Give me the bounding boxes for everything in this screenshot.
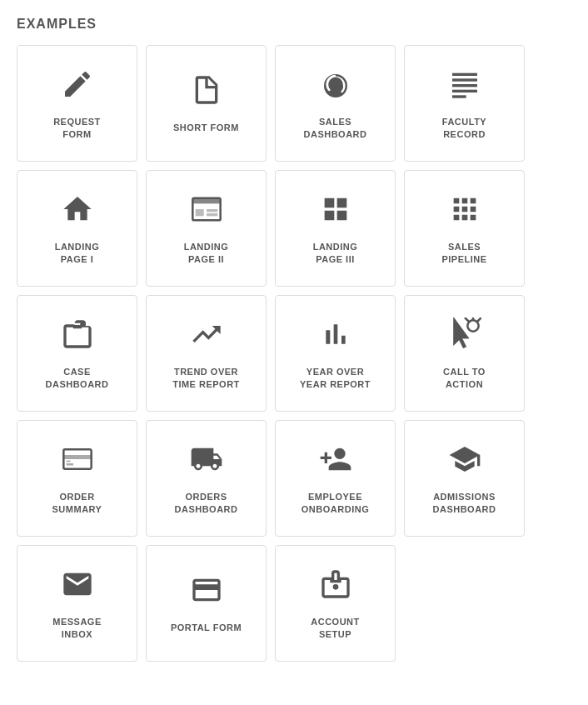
svg-rect-7 — [195, 209, 203, 216]
message-inbox-label: MESSAGE INBOX — [52, 616, 102, 642]
admissions-dashboard-label: ADMISSIONS DASHBOARD — [433, 491, 496, 517]
employee-onboarding-icon — [319, 442, 352, 491]
tile-request-form[interactable]: REQUEST FORM — [17, 45, 137, 162]
svg-rect-3 — [452, 89, 477, 92]
svg-rect-15 — [63, 455, 91, 459]
order-summary-icon — [61, 442, 94, 491]
faculty-record-icon — [448, 68, 481, 116]
tile-trend-over-time[interactable]: TREND OVER TIME REPORT — [146, 295, 267, 412]
svg-rect-16 — [66, 463, 72, 466]
request-form-label: REQUEST FORM — [53, 116, 101, 142]
request-form-icon — [61, 68, 94, 116]
portal-form-icon — [190, 573, 223, 622]
svg-rect-4 — [452, 95, 466, 98]
tile-landing-page-i[interactable]: LANDING PAGE I — [17, 170, 137, 287]
examples-grid: REQUEST FORMSHORT FORMSALES DASHBOARDFAC… — [17, 45, 571, 662]
trend-over-time-label: TREND OVER TIME REPORT — [172, 366, 240, 392]
account-setup-icon — [319, 568, 352, 616]
svg-line-12 — [477, 318, 481, 322]
call-to-action-label: CALL TO ACTION — [443, 366, 486, 392]
sales-dashboard-label: SALES DASHBOARD — [304, 116, 367, 142]
landing-page-ii-icon — [190, 192, 223, 241]
trend-over-time-icon — [190, 318, 223, 366]
tile-employee-onboarding[interactable]: EMPLOYEE ONBOARDING — [275, 420, 396, 537]
tile-portal-form[interactable]: PORTAL FORM — [146, 545, 267, 662]
short-form-icon — [190, 73, 223, 122]
call-to-action-icon — [448, 318, 481, 366]
sales-pipeline-icon — [448, 192, 481, 241]
landing-page-i-icon — [61, 192, 94, 241]
svg-rect-9 — [207, 213, 217, 216]
tile-sales-pipeline[interactable]: SALES PIPELINE — [404, 170, 525, 287]
year-over-year-icon — [319, 318, 352, 366]
case-dashboard-icon — [61, 318, 94, 366]
landing-page-ii-label: LANDING PAGE II — [184, 241, 229, 267]
admissions-dashboard-icon — [448, 442, 481, 491]
order-summary-label: ORDER SUMMARY — [52, 491, 102, 517]
svg-point-10 — [467, 320, 478, 331]
landing-page-iii-label: LANDING PAGE III — [313, 241, 358, 267]
section-title: EXAMPLES — [17, 17, 571, 32]
landing-page-i-label: LANDING PAGE I — [55, 241, 100, 267]
svg-point-18 — [332, 584, 338, 590]
tile-landing-page-iii[interactable]: LANDING PAGE III — [275, 170, 396, 287]
year-over-year-label: YEAR OVER YEAR REPORT — [300, 366, 371, 392]
message-inbox-icon — [61, 568, 94, 616]
sales-pipeline-label: SALES PIPELINE — [441, 241, 486, 267]
tile-admissions-dashboard[interactable]: ADMISSIONS DASHBOARD — [404, 420, 525, 537]
svg-rect-1 — [452, 78, 477, 81]
svg-line-11 — [465, 318, 469, 322]
svg-rect-8 — [207, 209, 217, 212]
account-setup-label: ACCOUNT SETUP — [311, 616, 360, 642]
tile-call-to-action[interactable]: CALL TO ACTION — [404, 295, 525, 412]
tile-year-over-year[interactable]: YEAR OVER YEAR REPORT — [275, 295, 396, 412]
tile-sales-dashboard[interactable]: SALES DASHBOARD — [275, 45, 396, 162]
tile-short-form[interactable]: SHORT FORM — [146, 45, 267, 162]
svg-rect-17 — [66, 460, 70, 462]
tile-account-setup[interactable]: ACCOUNT SETUP — [275, 545, 396, 662]
orders-dashboard-icon — [190, 442, 223, 491]
tile-orders-dashboard[interactable]: ORDERS DASHBOARD — [146, 420, 267, 537]
svg-rect-2 — [452, 84, 477, 87]
sales-dashboard-icon — [319, 68, 352, 116]
short-form-label: SHORT FORM — [173, 122, 239, 134]
landing-page-iii-icon — [319, 192, 352, 241]
tile-message-inbox[interactable]: MESSAGE INBOX — [17, 545, 137, 662]
tile-order-summary[interactable]: ORDER SUMMARY — [17, 420, 137, 537]
svg-rect-6 — [192, 198, 220, 203]
tile-faculty-record[interactable]: FACULTY RECORD — [404, 45, 525, 162]
portal-form-label: PORTAL FORM — [171, 622, 242, 634]
case-dashboard-label: CASE DASHBOARD — [46, 366, 109, 392]
faculty-record-label: FACULTY RECORD — [442, 116, 486, 142]
tile-landing-page-ii[interactable]: LANDING PAGE II — [146, 170, 267, 287]
svg-rect-0 — [452, 72, 477, 75]
tile-case-dashboard[interactable]: CASE DASHBOARD — [17, 295, 137, 412]
orders-dashboard-label: ORDERS DASHBOARD — [175, 491, 238, 517]
employee-onboarding-label: EMPLOYEE ONBOARDING — [301, 491, 369, 517]
